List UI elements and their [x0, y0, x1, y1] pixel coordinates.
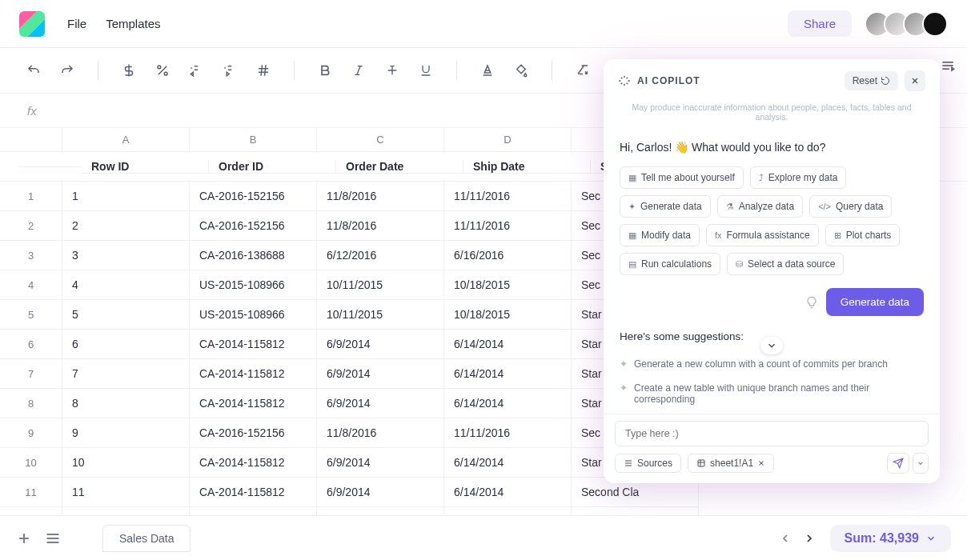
copilot-chip[interactable]: fxFormula assistance [706, 224, 819, 246]
cell[interactable]: 6/14/2014 [444, 448, 572, 478]
copilot-chip[interactable]: </>Query data [809, 195, 892, 218]
cell[interactable]: US-2015-108966 [190, 300, 317, 330]
fill-color-icon[interactable] [512, 61, 531, 80]
collapse-handle[interactable] [760, 337, 783, 354]
column-header[interactable]: D [444, 128, 572, 152]
redo-icon[interactable] [58, 61, 77, 80]
suggestion-item[interactable]: ✦Create a new table with unique branch n… [620, 376, 924, 411]
cell[interactable]: Ship Date [463, 160, 591, 174]
row-header[interactable]: 6 [0, 330, 62, 359]
sum-indicator[interactable]: Sum: 43,939 [830, 525, 951, 552]
row-header[interactable]: 2 [0, 211, 62, 241]
row-header[interactable]: 9 [0, 418, 62, 448]
sidebar-toggle-icon[interactable] [938, 56, 957, 75]
cell[interactable]: CA-2014-115812 [190, 330, 317, 359]
undo-icon[interactable] [24, 61, 43, 80]
cell[interactable]: CA-2014-115812 [190, 359, 317, 389]
add-sheet-icon[interactable] [16, 530, 32, 546]
cell[interactable]: 9 [62, 418, 190, 448]
cell[interactable]: 2 [62, 211, 190, 241]
cell[interactable]: Order ID [209, 160, 336, 174]
cell[interactable]: 10/11/2015 [317, 300, 444, 330]
copilot-chip[interactable]: ▦Modify data [620, 224, 700, 246]
cell[interactable]: 10 [62, 448, 190, 478]
cell[interactable]: Order Date [336, 160, 463, 174]
sheet-list-icon[interactable] [45, 530, 61, 546]
cell[interactable]: CA-2014-115812 [190, 448, 317, 478]
copilot-chip[interactable]: ⚗Analyze data [717, 195, 803, 218]
reset-button[interactable]: Reset [845, 71, 898, 90]
cell[interactable]: 6/9/2014 [317, 478, 444, 507]
cell[interactable]: 11/11/2016 [444, 211, 572, 241]
currency-icon[interactable] [119, 61, 138, 80]
app-logo[interactable] [19, 11, 45, 37]
generate-data-button[interactable]: Generate data [826, 288, 924, 316]
cell[interactable]: CA-2016-138688 [190, 241, 317, 270]
prev-icon[interactable] [779, 532, 792, 545]
cell[interactable]: 6/16/2016 [444, 241, 572, 270]
italic-icon[interactable] [349, 61, 368, 80]
cell[interactable]: 6/9/2014 [317, 330, 444, 359]
column-header[interactable]: C [317, 128, 444, 152]
cell[interactable]: 11/8/2016 [317, 418, 444, 448]
copilot-chip[interactable]: ✦Generate data [620, 195, 711, 218]
copilot-input[interactable] [615, 421, 929, 446]
cell[interactable]: 6/9/2014 [317, 448, 444, 478]
close-button[interactable] [905, 70, 925, 91]
cell[interactable]: CA-2014-115812 [190, 389, 317, 418]
row-header[interactable]: 1 [0, 182, 62, 211]
menu-file[interactable]: File [67, 17, 86, 30]
row-header[interactable] [19, 166, 82, 167]
next-icon[interactable] [803, 532, 816, 545]
cell[interactable]: 11/8/2016 [317, 182, 444, 211]
select-all-corner[interactable] [0, 128, 62, 152]
cell[interactable]: 6/12/2016 [317, 241, 444, 270]
cell[interactable]: CA-2016-152156 [190, 211, 317, 241]
avatar[interactable] [922, 11, 948, 37]
cell[interactable]: 6/14/2014 [444, 389, 572, 418]
hash-icon[interactable] [254, 61, 273, 80]
row-header[interactable]: 3 [0, 241, 62, 270]
cell[interactable]: 10/18/2015 [444, 300, 572, 330]
cell[interactable]: CA-2016-152156 [190, 418, 317, 448]
cell[interactable]: 11/11/2016 [444, 418, 572, 448]
suggestion-item[interactable]: ✦Generate a new column with a count of c… [620, 352, 924, 376]
copilot-chip[interactable]: ▦Tell me about yourself [620, 166, 744, 189]
text-color-icon[interactable] [478, 61, 497, 80]
row-header[interactable]: 7 [0, 359, 62, 389]
row-header[interactable]: 11 [0, 478, 62, 507]
cell[interactable]: 11/8/2016 [317, 211, 444, 241]
copilot-chip[interactable]: ▤Run calculations [620, 253, 720, 275]
underline-icon[interactable] [416, 61, 435, 80]
decrease-decimal-icon[interactable] [187, 61, 206, 80]
row-header[interactable]: 8 [0, 389, 62, 418]
cell[interactable]: 6 [62, 330, 190, 359]
cell[interactable]: 6/9/2014 [317, 359, 444, 389]
column-header[interactable]: B [190, 128, 317, 152]
cell[interactable]: 7 [62, 359, 190, 389]
sheet-tab[interactable]: Sales Data [102, 525, 191, 552]
row-header[interactable]: 5 [0, 300, 62, 330]
cell[interactable]: 10/11/2015 [317, 270, 444, 300]
collaborator-avatars[interactable] [865, 11, 948, 37]
cell[interactable]: 5 [62, 300, 190, 330]
cell[interactable]: 11 [62, 478, 190, 507]
cell[interactable]: 6/14/2014 [444, 359, 572, 389]
copilot-chip[interactable]: ⊞Plot charts [825, 224, 901, 246]
column-header[interactable]: A [62, 128, 190, 152]
send-options-button[interactable] [913, 453, 929, 474]
increase-decimal-icon[interactable] [220, 61, 239, 80]
source-ref-chip[interactable]: sheet1!A1 [688, 454, 774, 473]
cell[interactable]: 6/9/2014 [317, 389, 444, 418]
cell[interactable]: 6/14/2014 [444, 478, 572, 507]
cell[interactable]: 6/14/2014 [444, 330, 572, 359]
share-button[interactable]: Share [788, 10, 852, 37]
cell[interactable]: 10/18/2015 [444, 270, 572, 300]
cell[interactable]: CA-2016-152156 [190, 182, 317, 211]
cell[interactable]: 4 [62, 270, 190, 300]
bold-icon[interactable] [315, 61, 335, 80]
cell[interactable]: CA-2014-115812 [190, 478, 317, 507]
cell[interactable]: 1 [62, 182, 190, 211]
copilot-chip[interactable]: ⤴Explore my data [750, 166, 847, 189]
send-button[interactable] [887, 453, 909, 474]
